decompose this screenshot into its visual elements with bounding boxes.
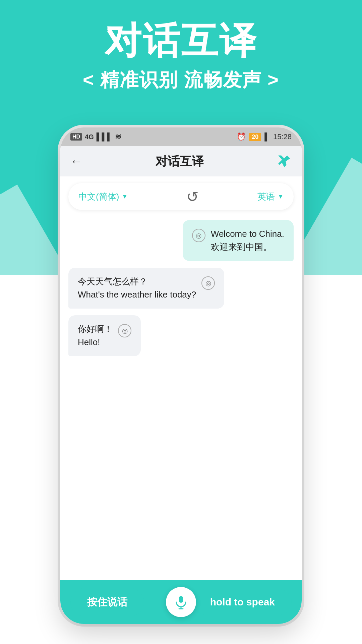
- msg1-line1: Welcome to China.: [211, 229, 284, 239]
- chat-message-3: 你好啊！ Hello!: [68, 315, 141, 356]
- time-display: 15:28: [273, 132, 292, 141]
- bubble-text-1: Welcome to China. 欢迎来到中国。: [211, 227, 284, 254]
- lang-left-arrow: ▼: [122, 193, 128, 200]
- app-title: 对话互译: [156, 153, 204, 170]
- chat-message-2: 今天天气怎么样？ What's the weather like today?: [68, 268, 224, 309]
- mic-icon: [174, 595, 188, 609]
- play-audio-btn-1[interactable]: [192, 229, 205, 242]
- status-bar-left: HD 4G ▌▌▌ ≋: [70, 132, 121, 141]
- hold-to-speak-right-button[interactable]: hold to speak: [193, 589, 292, 615]
- lang-right-arrow: ▼: [278, 193, 284, 200]
- lang-right-text: 英语: [257, 191, 275, 203]
- app-header: ← 对话互译: [60, 146, 302, 176]
- svg-rect-0: [179, 596, 183, 603]
- back-button[interactable]: ←: [70, 154, 82, 168]
- status-bar-right: ⏰ 20 ▌ 15:28: [237, 132, 292, 141]
- header-area: 对话互译 < 精准识别 流畅发声 >: [0, 20, 362, 93]
- play-audio-btn-2[interactable]: [201, 276, 215, 290]
- battery-badge: 20: [249, 133, 261, 141]
- lang-left-selector[interactable]: 中文(简体) ▼: [78, 191, 128, 203]
- sub-title: < 精准识别 流畅发声 >: [0, 67, 362, 93]
- msg3-line2: Hello!: [78, 337, 100, 347]
- bubble-text-2: 今天天气怎么样？ What's the weather like today?: [78, 275, 196, 301]
- play-audio-btn-3[interactable]: [118, 324, 131, 337]
- lang-right-selector[interactable]: 英语 ▼: [257, 191, 284, 203]
- msg2-line1: 今天天气怎么样？: [78, 276, 147, 286]
- bubble-text-3: 你好啊！ Hello!: [78, 323, 113, 349]
- msg1-line2: 欢迎来到中国。: [211, 242, 272, 252]
- alarm-icon: ⏰: [237, 132, 246, 141]
- msg2-line2: What's the weather like today?: [78, 289, 196, 300]
- chat-message-1: Welcome to China. 欢迎来到中国。: [183, 220, 294, 261]
- bottom-bar: 按住说话 hold to speak: [60, 580, 302, 624]
- pin-icon[interactable]: [277, 154, 292, 169]
- microphone-button[interactable]: [166, 587, 196, 617]
- hd-badge: HD: [70, 133, 82, 141]
- signal-4g: 4G: [85, 133, 94, 141]
- battery-icon: ▌: [264, 132, 270, 141]
- lang-bar: 中文(简体) ▼ ↺ 英语 ▼: [68, 183, 294, 210]
- main-title: 对话互译: [0, 20, 362, 61]
- hold-to-speak-left-button[interactable]: 按住说话: [70, 588, 144, 616]
- wifi-icon: ≋: [115, 132, 121, 141]
- lang-left-text: 中文(简体): [78, 191, 119, 203]
- signal-bars-icon: ▌▌▌: [97, 132, 112, 141]
- status-bar: HD 4G ▌▌▌ ≋ ⏰ 20 ▌ 15:28: [60, 127, 302, 146]
- swap-languages-button[interactable]: ↺: [186, 188, 199, 205]
- phone-mockup: HD 4G ▌▌▌ ≋ ⏰ 20 ▌ 15:28 ← 对话互译 中文(简体) ▼…: [60, 127, 302, 624]
- msg3-line1: 你好啊！: [78, 324, 113, 334]
- chat-area: Welcome to China. 欢迎来到中国。 今天天气怎么样？ What'…: [60, 217, 302, 580]
